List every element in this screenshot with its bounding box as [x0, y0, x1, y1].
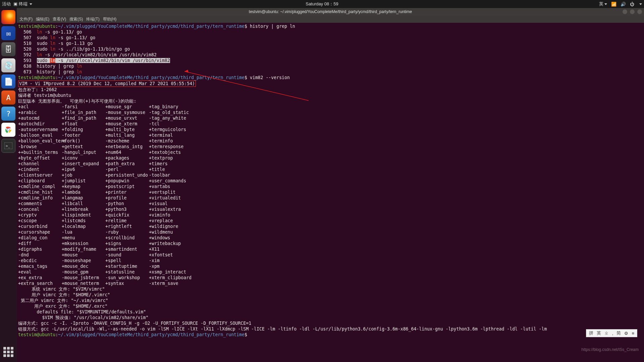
- activities-button[interactable]: 活动: [2, 1, 11, 7]
- features-table: +acl-farsi+mouse_sgr+tag_binary +arabic+…: [18, 104, 643, 286]
- terminal-icon: ▣: [13, 1, 17, 6]
- terminal-launcher[interactable]: >_: [1, 139, 15, 153]
- firefox-launcher[interactable]: [1, 10, 15, 24]
- chrome-icon: [4, 125, 13, 134]
- terminal-app-indicator[interactable]: ▣ 终端: [13, 1, 32, 7]
- command-history-grep: history | grep ln: [250, 24, 295, 29]
- svg-point-2: [7, 129, 9, 130]
- terminal-content: testvim@ubuntu:~/.vim/plugged/YouComplet…: [18, 23, 643, 104]
- ime-lang: 英: [596, 330, 602, 336]
- final-prompt: testvim@ubuntu:~/.vim/plugged/YouComplet…: [18, 332, 643, 338]
- chrome-launcher[interactable]: [1, 123, 15, 137]
- command-vim-version: vim82 --version: [250, 75, 290, 80]
- ime-simp: 简: [616, 330, 622, 336]
- ime-mode: ,: [611, 331, 614, 336]
- terminal-menubar: 文件(F) 编辑(E) 查看(V) 搜索(S) 终端(T) 帮助(H): [17, 15, 644, 23]
- menu-help[interactable]: 帮助(H): [103, 16, 117, 22]
- vim-version-line: VIM - Vi IMproved 8.2 (2019 Dec 12, comp…: [18, 80, 196, 87]
- svg-text:>_: >_: [6, 144, 10, 148]
- terminal-label: 终端: [19, 1, 28, 6]
- thunderbird-launcher[interactable]: ✉: [1, 26, 15, 40]
- watermark: https://blog.csdn.net/ISs_Cream: [581, 347, 639, 352]
- patch-line: 包含补丁: 1-2662: [18, 87, 57, 92]
- writer-launcher[interactable]: 📄: [1, 74, 15, 88]
- terminal-icon: >_: [4, 142, 12, 149]
- window-titlebar: testvim@ubuntu: ~/.vim/plugged/YouComple…: [17, 8, 644, 15]
- software-launcher[interactable]: A: [1, 90, 15, 105]
- terminal-window: testvim@ubuntu: ~/.vim/plugged/YouComple…: [17, 8, 644, 362]
- clock[interactable]: Saturday 08：59: [306, 1, 338, 7]
- link-line: 链接方式: gcc -L/usr/local/lib -Wl,--as-need…: [18, 326, 643, 332]
- input-method-indicator[interactable]: 英: [599, 1, 607, 7]
- ime-sep: ㄓ: [604, 330, 609, 336]
- compile-line: 编译方式: gcc -c -I. -Iproto -DHAVE_CONFIG_H…: [18, 320, 643, 326]
- window-title: testvim@ubuntu: ~/.vim/plugged/YouComple…: [249, 9, 412, 14]
- ime-indicator[interactable]: 拼 英 ㄓ , 简 ⚙ ≡: [586, 329, 637, 337]
- ime-menu-icon[interactable]: ≡: [631, 331, 635, 336]
- power-icon[interactable]: ⏻: [630, 2, 634, 7]
- menu-view[interactable]: 查看(V): [53, 16, 66, 22]
- chevron-down-icon: [639, 3, 642, 5]
- menu-terminal[interactable]: 终端(T): [86, 16, 99, 22]
- files-launcher[interactable]: 🗄: [1, 42, 15, 56]
- volume-icon[interactable]: 🔊: [621, 2, 626, 7]
- ime-pin: 拼: [588, 330, 594, 336]
- disks-launcher[interactable]: 💿: [1, 58, 15, 72]
- network-icon[interactable]: 📶: [611, 2, 616, 7]
- features-header: 巨型版本 无图形界面。 可使用(+)与不可使用(-)的功能:: [18, 99, 136, 104]
- vimrc-paths: 系统 vimrc 文件: "$VIM/vimrc" 用户 vimrc 文件: "…: [18, 286, 643, 320]
- show-applications-button[interactable]: [2, 346, 14, 358]
- gear-icon[interactable]: ⚙: [624, 331, 629, 336]
- launcher-dock: ✉ 🗄 💿 📄 A ? >_: [0, 8, 17, 362]
- terminal-output[interactable]: testvim@ubuntu:~/.vim/plugged/YouComplet…: [17, 23, 644, 362]
- menu-file[interactable]: 文件(F): [19, 16, 33, 22]
- menu-edit[interactable]: 编辑(E): [36, 16, 49, 22]
- minimize-button[interactable]: [623, 9, 627, 14]
- close-button[interactable]: [637, 9, 642, 14]
- gnome-topbar: 活动 ▣ 终端 Saturday 08：59 英 📶 🔊 ⏻: [0, 0, 644, 8]
- selected-history-line: sudo ln -s /usr/local/vim82/bin/vim /usr…: [37, 58, 170, 63]
- help-launcher[interactable]: ?: [1, 107, 15, 121]
- menu-search[interactable]: 搜索(S): [69, 16, 83, 22]
- chevron-down-icon: [30, 3, 32, 5]
- maximize-button[interactable]: [630, 9, 635, 14]
- compiled-by-line: 编译者 testvim@ubuntu: [18, 93, 71, 98]
